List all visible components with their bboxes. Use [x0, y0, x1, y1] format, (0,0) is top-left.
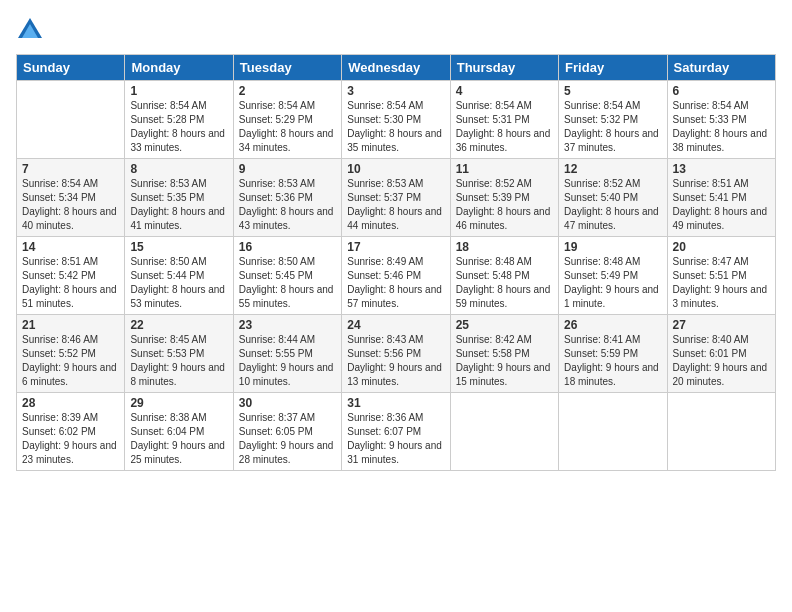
day-detail: Sunrise: 8:41 AMSunset: 5:59 PMDaylight:…	[564, 333, 661, 389]
day-detail: Sunrise: 8:39 AMSunset: 6:02 PMDaylight:…	[22, 411, 119, 467]
day-number: 12	[564, 162, 661, 176]
day-detail: Sunrise: 8:48 AMSunset: 5:49 PMDaylight:…	[564, 255, 661, 311]
calendar-cell: 17Sunrise: 8:49 AMSunset: 5:46 PMDayligh…	[342, 237, 450, 315]
calendar-day-header: Sunday	[17, 55, 125, 81]
calendar-cell: 18Sunrise: 8:48 AMSunset: 5:48 PMDayligh…	[450, 237, 558, 315]
day-detail: Sunrise: 8:54 AMSunset: 5:33 PMDaylight:…	[673, 99, 770, 155]
day-detail: Sunrise: 8:53 AMSunset: 5:37 PMDaylight:…	[347, 177, 444, 233]
day-detail: Sunrise: 8:54 AMSunset: 5:31 PMDaylight:…	[456, 99, 553, 155]
calendar-day-header: Thursday	[450, 55, 558, 81]
header	[16, 16, 776, 44]
day-number: 31	[347, 396, 444, 410]
day-number: 29	[130, 396, 227, 410]
day-number: 6	[673, 84, 770, 98]
day-detail: Sunrise: 8:54 AMSunset: 5:29 PMDaylight:…	[239, 99, 336, 155]
day-number: 19	[564, 240, 661, 254]
day-detail: Sunrise: 8:52 AMSunset: 5:40 PMDaylight:…	[564, 177, 661, 233]
day-detail: Sunrise: 8:47 AMSunset: 5:51 PMDaylight:…	[673, 255, 770, 311]
calendar-cell: 22Sunrise: 8:45 AMSunset: 5:53 PMDayligh…	[125, 315, 233, 393]
day-detail: Sunrise: 8:40 AMSunset: 6:01 PMDaylight:…	[673, 333, 770, 389]
calendar-cell: 5Sunrise: 8:54 AMSunset: 5:32 PMDaylight…	[559, 81, 667, 159]
calendar-week-row: 7Sunrise: 8:54 AMSunset: 5:34 PMDaylight…	[17, 159, 776, 237]
calendar-cell	[450, 393, 558, 471]
calendar-week-row: 14Sunrise: 8:51 AMSunset: 5:42 PMDayligh…	[17, 237, 776, 315]
day-number: 1	[130, 84, 227, 98]
day-number: 16	[239, 240, 336, 254]
calendar-cell: 20Sunrise: 8:47 AMSunset: 5:51 PMDayligh…	[667, 237, 775, 315]
day-detail: Sunrise: 8:54 AMSunset: 5:32 PMDaylight:…	[564, 99, 661, 155]
day-number: 5	[564, 84, 661, 98]
day-number: 28	[22, 396, 119, 410]
calendar-cell: 25Sunrise: 8:42 AMSunset: 5:58 PMDayligh…	[450, 315, 558, 393]
day-detail: Sunrise: 8:53 AMSunset: 5:35 PMDaylight:…	[130, 177, 227, 233]
day-detail: Sunrise: 8:54 AMSunset: 5:34 PMDaylight:…	[22, 177, 119, 233]
calendar-cell: 8Sunrise: 8:53 AMSunset: 5:35 PMDaylight…	[125, 159, 233, 237]
day-detail: Sunrise: 8:54 AMSunset: 5:28 PMDaylight:…	[130, 99, 227, 155]
day-number: 13	[673, 162, 770, 176]
day-number: 27	[673, 318, 770, 332]
logo	[16, 16, 48, 44]
calendar-cell: 31Sunrise: 8:36 AMSunset: 6:07 PMDayligh…	[342, 393, 450, 471]
day-number: 4	[456, 84, 553, 98]
calendar-cell: 28Sunrise: 8:39 AMSunset: 6:02 PMDayligh…	[17, 393, 125, 471]
day-detail: Sunrise: 8:43 AMSunset: 5:56 PMDaylight:…	[347, 333, 444, 389]
day-detail: Sunrise: 8:52 AMSunset: 5:39 PMDaylight:…	[456, 177, 553, 233]
page: SundayMondayTuesdayWednesdayThursdayFrid…	[0, 0, 792, 612]
calendar-cell: 29Sunrise: 8:38 AMSunset: 6:04 PMDayligh…	[125, 393, 233, 471]
calendar-cell: 2Sunrise: 8:54 AMSunset: 5:29 PMDaylight…	[233, 81, 341, 159]
calendar-week-row: 28Sunrise: 8:39 AMSunset: 6:02 PMDayligh…	[17, 393, 776, 471]
day-number: 15	[130, 240, 227, 254]
day-number: 18	[456, 240, 553, 254]
calendar-cell: 10Sunrise: 8:53 AMSunset: 5:37 PMDayligh…	[342, 159, 450, 237]
calendar-week-row: 1Sunrise: 8:54 AMSunset: 5:28 PMDaylight…	[17, 81, 776, 159]
day-number: 20	[673, 240, 770, 254]
calendar-cell: 27Sunrise: 8:40 AMSunset: 6:01 PMDayligh…	[667, 315, 775, 393]
day-detail: Sunrise: 8:54 AMSunset: 5:30 PMDaylight:…	[347, 99, 444, 155]
calendar: SundayMondayTuesdayWednesdayThursdayFrid…	[16, 54, 776, 471]
day-number: 24	[347, 318, 444, 332]
day-detail: Sunrise: 8:42 AMSunset: 5:58 PMDaylight:…	[456, 333, 553, 389]
day-number: 21	[22, 318, 119, 332]
day-number: 7	[22, 162, 119, 176]
calendar-cell: 6Sunrise: 8:54 AMSunset: 5:33 PMDaylight…	[667, 81, 775, 159]
day-detail: Sunrise: 8:46 AMSunset: 5:52 PMDaylight:…	[22, 333, 119, 389]
day-number: 2	[239, 84, 336, 98]
logo-icon	[16, 16, 44, 44]
day-number: 11	[456, 162, 553, 176]
calendar-day-header: Saturday	[667, 55, 775, 81]
calendar-cell: 19Sunrise: 8:48 AMSunset: 5:49 PMDayligh…	[559, 237, 667, 315]
day-detail: Sunrise: 8:48 AMSunset: 5:48 PMDaylight:…	[456, 255, 553, 311]
day-number: 10	[347, 162, 444, 176]
calendar-cell: 1Sunrise: 8:54 AMSunset: 5:28 PMDaylight…	[125, 81, 233, 159]
day-detail: Sunrise: 8:49 AMSunset: 5:46 PMDaylight:…	[347, 255, 444, 311]
calendar-day-header: Wednesday	[342, 55, 450, 81]
day-detail: Sunrise: 8:50 AMSunset: 5:44 PMDaylight:…	[130, 255, 227, 311]
calendar-cell: 16Sunrise: 8:50 AMSunset: 5:45 PMDayligh…	[233, 237, 341, 315]
calendar-day-header: Friday	[559, 55, 667, 81]
day-number: 26	[564, 318, 661, 332]
calendar-cell: 26Sunrise: 8:41 AMSunset: 5:59 PMDayligh…	[559, 315, 667, 393]
calendar-header-row: SundayMondayTuesdayWednesdayThursdayFrid…	[17, 55, 776, 81]
calendar-cell: 9Sunrise: 8:53 AMSunset: 5:36 PMDaylight…	[233, 159, 341, 237]
day-number: 22	[130, 318, 227, 332]
calendar-week-row: 21Sunrise: 8:46 AMSunset: 5:52 PMDayligh…	[17, 315, 776, 393]
day-detail: Sunrise: 8:36 AMSunset: 6:07 PMDaylight:…	[347, 411, 444, 467]
calendar-cell: 23Sunrise: 8:44 AMSunset: 5:55 PMDayligh…	[233, 315, 341, 393]
calendar-day-header: Monday	[125, 55, 233, 81]
day-number: 9	[239, 162, 336, 176]
day-detail: Sunrise: 8:37 AMSunset: 6:05 PMDaylight:…	[239, 411, 336, 467]
calendar-cell: 11Sunrise: 8:52 AMSunset: 5:39 PMDayligh…	[450, 159, 558, 237]
calendar-cell: 4Sunrise: 8:54 AMSunset: 5:31 PMDaylight…	[450, 81, 558, 159]
calendar-cell: 14Sunrise: 8:51 AMSunset: 5:42 PMDayligh…	[17, 237, 125, 315]
calendar-cell: 24Sunrise: 8:43 AMSunset: 5:56 PMDayligh…	[342, 315, 450, 393]
day-number: 8	[130, 162, 227, 176]
day-detail: Sunrise: 8:44 AMSunset: 5:55 PMDaylight:…	[239, 333, 336, 389]
day-detail: Sunrise: 8:50 AMSunset: 5:45 PMDaylight:…	[239, 255, 336, 311]
calendar-cell	[667, 393, 775, 471]
day-number: 17	[347, 240, 444, 254]
day-detail: Sunrise: 8:51 AMSunset: 5:42 PMDaylight:…	[22, 255, 119, 311]
calendar-cell: 15Sunrise: 8:50 AMSunset: 5:44 PMDayligh…	[125, 237, 233, 315]
day-number: 30	[239, 396, 336, 410]
day-detail: Sunrise: 8:38 AMSunset: 6:04 PMDaylight:…	[130, 411, 227, 467]
calendar-day-header: Tuesday	[233, 55, 341, 81]
